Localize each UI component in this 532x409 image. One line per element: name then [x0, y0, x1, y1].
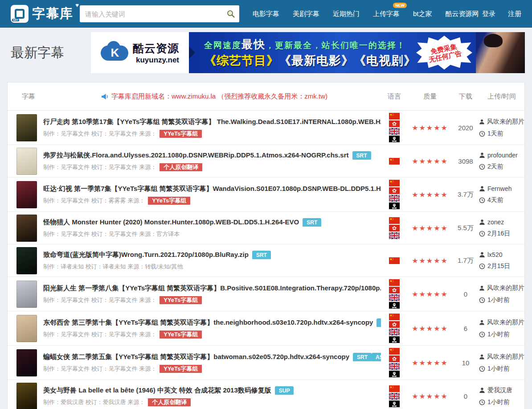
language-flags — [381, 385, 408, 407]
poster-thumbnail[interactable] — [16, 281, 37, 308]
uploader-link[interactable]: 风吹来的那片 — [479, 284, 524, 292]
nav-item-4[interactable]: bt之家 — [413, 10, 432, 18]
format-tag: SRT — [376, 318, 381, 327]
nav-item-5[interactable]: 酷云资源网 — [446, 10, 479, 18]
flag-uk-icon — [389, 363, 400, 370]
ad-site-url: kuyunzy.net — [136, 56, 179, 65]
top-navbar: SRT 字幕库 ♥ 电影字幕美剧字幕近期热门上传字幕NEWbt之家酷云资源网 登… — [0, 0, 532, 28]
upload-time: 1小时前 — [479, 331, 524, 339]
uploader-link[interactable]: 风吹来的那片 — [479, 353, 524, 361]
table-row: 弗罗拉与松鼠侠.Flora.and.Ulysses.2021.1080p.DSN… — [8, 145, 524, 178]
table-row: 东邻西舍 第三季第十集【YYeTs字幕组 简繁英双语字幕】the.neighbo… — [8, 311, 524, 346]
subtitle-title-link[interactable]: 旺达·幻视 第一季第7集【YYeTs字幕组 简繁英双语字幕】WandaVisio… — [43, 185, 381, 193]
format-tag: SRT — [352, 151, 371, 160]
source-badge[interactable]: YYeTs字幕组 — [160, 296, 202, 304]
uploader-link[interactable]: zonez — [479, 219, 524, 226]
uploader-link[interactable]: 爱我汉唐 — [479, 386, 524, 394]
table-header: 字幕 字幕库启用新域名：www.zimuku.la （强烈推荐收藏永久备用米：z… — [8, 83, 524, 111]
poster-thumbnail[interactable] — [16, 114, 37, 141]
clock-icon — [479, 263, 485, 269]
flag-cn-icon — [389, 279, 400, 286]
poster-thumbnail[interactable] — [16, 383, 37, 409]
flag-cn-icon — [389, 180, 400, 186]
poster-thumbnail[interactable] — [16, 247, 37, 274]
source-badge[interactable]: YYeTs字幕组 — [160, 365, 202, 373]
auth-links: 登录 注册 — [482, 10, 521, 18]
user-icon — [479, 354, 485, 360]
search-input[interactable] — [80, 10, 222, 18]
table-row: 怪物猎人 Monster Hunter (2020) Monster.Hunte… — [8, 212, 524, 244]
poster-thumbnail[interactable] — [16, 315, 37, 342]
nav-item-2[interactable]: 近期热门 — [333, 10, 360, 18]
subtitle-title-link[interactable]: 东邻西舍 第三季第十集【YYeTs字幕组 简繁英双语字幕】the.neighbo… — [43, 318, 373, 327]
source-badge[interactable]: YYeTs字幕组 — [160, 130, 202, 138]
source-badge[interactable]: 个人原创翻译 — [160, 163, 202, 171]
language-flags — [381, 217, 408, 239]
site-logo[interactable]: SRT 字幕库 ♥ — [11, 5, 74, 23]
source-badge[interactable]: 个人原创翻译 — [148, 398, 191, 406]
uploader-link[interactable]: profounder — [479, 152, 524, 159]
nav-item-1[interactable]: 美剧字幕 — [293, 10, 319, 18]
clock-icon — [479, 231, 485, 237]
uploader-link[interactable]: lx520 — [479, 251, 524, 258]
download-count: 0 — [452, 290, 479, 298]
flag-double-icon — [389, 202, 400, 209]
language-flags — [381, 279, 408, 309]
uploader-link[interactable]: 风吹来的那片 — [479, 318, 524, 326]
quality-stars: ★★★★★ — [408, 392, 452, 401]
col-language: 语言 — [381, 92, 408, 101]
clock-icon — [479, 197, 485, 203]
uploader-link[interactable]: 风吹来的那片 — [479, 118, 524, 126]
subtitle-title-link[interactable]: 阳光新人生 第一季第八集【YYeTs字幕组 简繁英双语字幕】B.Positive… — [43, 284, 381, 293]
upload-time: 2天前 — [479, 163, 524, 171]
subtitle-title-link[interactable]: 行尸走肉 第10季第17集【YYeTs字幕组 简繁英双语字幕】 The.Walk… — [43, 118, 381, 126]
poster-thumbnail[interactable] — [16, 181, 37, 208]
subtitle-meta: 制作：见字幕文件 校订：见字幕文件 来源： YYeTs字幕组 — [43, 130, 381, 138]
poster-thumbnail[interactable] — [16, 148, 37, 175]
quality-stars: ★★★★★ — [408, 324, 452, 333]
clock-icon — [479, 331, 485, 338]
flag-uk-icon — [389, 232, 400, 239]
download-count: 6 — [452, 325, 479, 332]
format-tag: SUP — [275, 386, 294, 395]
poster-thumbnail[interactable] — [16, 215, 37, 242]
ad-model-photo — [476, 32, 525, 73]
nav-item-0[interactable]: 电影字幕 — [253, 10, 279, 18]
nav-item-3[interactable]: 上传字幕NEW — [373, 10, 400, 18]
user-icon — [479, 186, 485, 192]
source-badge[interactable]: YYeTs字幕组 — [148, 197, 190, 205]
banner-arrow-icon — [189, 46, 195, 59]
megaphone-icon — [101, 93, 109, 100]
format-tag: SRT — [353, 353, 372, 361]
subtitle-rows: 行尸走肉 第10季第17集【YYeTs字幕组 简繁英双语字幕】 The.Walk… — [8, 111, 524, 409]
language-flags — [381, 314, 408, 343]
quality-stars: ★★★★★ — [408, 124, 452, 132]
col-quality: 质量 — [408, 92, 452, 101]
flag-uk-icon — [389, 195, 400, 202]
source-badge[interactable]: YYeTs字幕组 — [160, 331, 202, 339]
domain-announcement[interactable]: 字幕库启用新域名：www.zimuku.la （强烈推荐收藏永久备用米：zmk.… — [101, 92, 327, 101]
language-flags — [381, 113, 408, 142]
register-link[interactable]: 注册 — [508, 10, 521, 18]
poster-thumbnail[interactable] — [16, 349, 37, 376]
ad-banner[interactable]: K 酷云资源 kuyunzy.net 全网速度最快，更新最全，站长们唯一的选择！… — [91, 32, 525, 73]
flag-hk-icon — [389, 187, 400, 194]
flag-cn-icon — [389, 385, 400, 392]
search-button[interactable] — [222, 5, 239, 22]
format-tag: ASS/SSA — [372, 353, 381, 361]
subtitle-title-link[interactable]: 怪物猎人 Monster Hunter (2020) Monster.Hunte… — [43, 218, 299, 227]
subtitle-title-link[interactable]: 弗罗拉与松鼠侠.Flora.and.Ulysses.2021.1080p.DSN… — [43, 151, 349, 160]
subtitle-title-link[interactable]: 美女与野兽 La belle et la bête (1946) 中英文 特效 … — [43, 386, 271, 395]
upload-time: 2月15日 — [479, 262, 524, 270]
download-count: 0 — [452, 392, 479, 400]
language-flags — [381, 348, 408, 377]
flag-uk-icon — [389, 294, 400, 301]
flag-cn-icon — [389, 314, 400, 320]
subtitle-meta: 制作：爱我汉唐 校订：爱我汉唐 来源： 个人原创翻译 — [43, 398, 381, 406]
uploader-link[interactable]: Fernweh — [479, 185, 524, 192]
subtitle-title-link[interactable]: 蝙蝠女侠 第二季第五集【YYeTs字幕组 简繁英双语字幕】batwoman.s0… — [43, 353, 349, 361]
subtitle-title-link[interactable]: 致命弯道(蓝光版简中字幕)Wrong.Turn.2021.720p/1080p.… — [43, 251, 249, 259]
login-link[interactable]: 登录 — [482, 10, 495, 18]
format-tag: SRT — [303, 218, 321, 227]
logo-text: 字幕库 — [32, 5, 74, 23]
